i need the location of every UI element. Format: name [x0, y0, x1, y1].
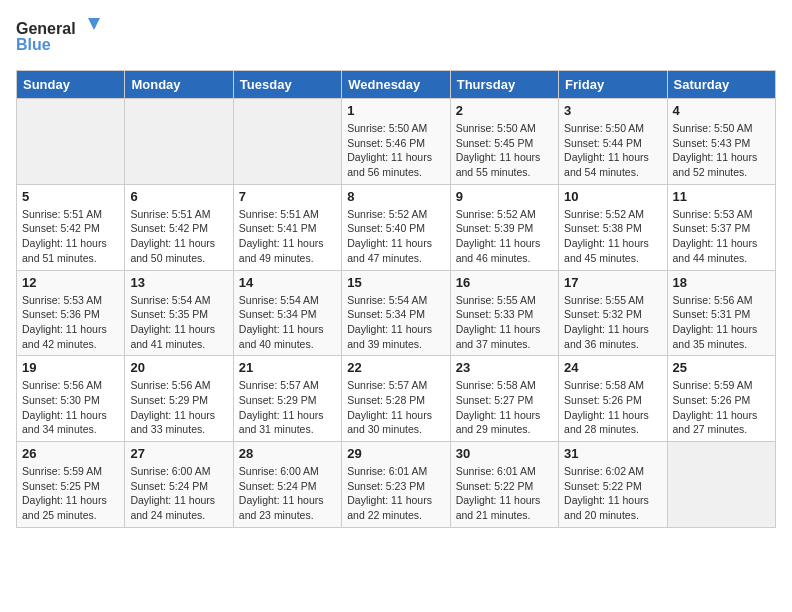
day-info: Sunrise: 5:51 AMSunset: 5:42 PMDaylight:… — [22, 207, 119, 266]
day-number: 25 — [673, 360, 770, 375]
weekday-header-wednesday: Wednesday — [342, 71, 450, 99]
calendar-cell: 7Sunrise: 5:51 AMSunset: 5:41 PMDaylight… — [233, 184, 341, 270]
day-info: Sunrise: 5:55 AMSunset: 5:32 PMDaylight:… — [564, 293, 661, 352]
day-info: Sunrise: 5:51 AMSunset: 5:41 PMDaylight:… — [239, 207, 336, 266]
day-info: Sunrise: 5:58 AMSunset: 5:27 PMDaylight:… — [456, 378, 553, 437]
calendar-cell: 3Sunrise: 5:50 AMSunset: 5:44 PMDaylight… — [559, 99, 667, 185]
weekday-header-friday: Friday — [559, 71, 667, 99]
calendar-cell: 29Sunrise: 6:01 AMSunset: 5:23 PMDayligh… — [342, 442, 450, 528]
day-info: Sunrise: 6:01 AMSunset: 5:22 PMDaylight:… — [456, 464, 553, 523]
calendar-cell: 1Sunrise: 5:50 AMSunset: 5:46 PMDaylight… — [342, 99, 450, 185]
day-number: 12 — [22, 275, 119, 290]
day-info: Sunrise: 5:50 AMSunset: 5:43 PMDaylight:… — [673, 121, 770, 180]
svg-text:Blue: Blue — [16, 36, 51, 53]
calendar-cell: 15Sunrise: 5:54 AMSunset: 5:34 PMDayligh… — [342, 270, 450, 356]
day-info: Sunrise: 5:59 AMSunset: 5:25 PMDaylight:… — [22, 464, 119, 523]
calendar-cell: 21Sunrise: 5:57 AMSunset: 5:29 PMDayligh… — [233, 356, 341, 442]
calendar-cell: 23Sunrise: 5:58 AMSunset: 5:27 PMDayligh… — [450, 356, 558, 442]
day-info: Sunrise: 5:52 AMSunset: 5:39 PMDaylight:… — [456, 207, 553, 266]
day-number: 28 — [239, 446, 336, 461]
calendar-cell — [125, 99, 233, 185]
day-number: 11 — [673, 189, 770, 204]
calendar-cell: 10Sunrise: 5:52 AMSunset: 5:38 PMDayligh… — [559, 184, 667, 270]
svg-marker-2 — [88, 18, 100, 30]
day-number: 8 — [347, 189, 444, 204]
calendar-cell: 8Sunrise: 5:52 AMSunset: 5:40 PMDaylight… — [342, 184, 450, 270]
day-number: 4 — [673, 103, 770, 118]
weekday-header-row: SundayMondayTuesdayWednesdayThursdayFrid… — [17, 71, 776, 99]
day-number: 6 — [130, 189, 227, 204]
day-info: Sunrise: 5:54 AMSunset: 5:35 PMDaylight:… — [130, 293, 227, 352]
weekday-header-thursday: Thursday — [450, 71, 558, 99]
calendar-table: SundayMondayTuesdayWednesdayThursdayFrid… — [16, 70, 776, 528]
calendar-cell — [233, 99, 341, 185]
calendar-cell: 19Sunrise: 5:56 AMSunset: 5:30 PMDayligh… — [17, 356, 125, 442]
day-number: 19 — [22, 360, 119, 375]
calendar-cell: 13Sunrise: 5:54 AMSunset: 5:35 PMDayligh… — [125, 270, 233, 356]
day-info: Sunrise: 5:58 AMSunset: 5:26 PMDaylight:… — [564, 378, 661, 437]
calendar-cell: 27Sunrise: 6:00 AMSunset: 5:24 PMDayligh… — [125, 442, 233, 528]
weekday-header-tuesday: Tuesday — [233, 71, 341, 99]
day-number: 9 — [456, 189, 553, 204]
day-info: Sunrise: 5:51 AMSunset: 5:42 PMDaylight:… — [130, 207, 227, 266]
day-number: 30 — [456, 446, 553, 461]
day-info: Sunrise: 5:56 AMSunset: 5:29 PMDaylight:… — [130, 378, 227, 437]
day-number: 1 — [347, 103, 444, 118]
day-number: 16 — [456, 275, 553, 290]
calendar-cell — [17, 99, 125, 185]
calendar-cell: 6Sunrise: 5:51 AMSunset: 5:42 PMDaylight… — [125, 184, 233, 270]
day-info: Sunrise: 5:53 AMSunset: 5:37 PMDaylight:… — [673, 207, 770, 266]
calendar-cell: 5Sunrise: 5:51 AMSunset: 5:42 PMDaylight… — [17, 184, 125, 270]
day-info: Sunrise: 5:50 AMSunset: 5:45 PMDaylight:… — [456, 121, 553, 180]
day-info: Sunrise: 5:53 AMSunset: 5:36 PMDaylight:… — [22, 293, 119, 352]
day-info: Sunrise: 5:50 AMSunset: 5:46 PMDaylight:… — [347, 121, 444, 180]
logo: GeneralBlue — [16, 16, 106, 58]
calendar-week-row: 1Sunrise: 5:50 AMSunset: 5:46 PMDaylight… — [17, 99, 776, 185]
day-number: 24 — [564, 360, 661, 375]
day-number: 17 — [564, 275, 661, 290]
day-info: Sunrise: 5:54 AMSunset: 5:34 PMDaylight:… — [239, 293, 336, 352]
calendar-week-row: 26Sunrise: 5:59 AMSunset: 5:25 PMDayligh… — [17, 442, 776, 528]
calendar-cell: 17Sunrise: 5:55 AMSunset: 5:32 PMDayligh… — [559, 270, 667, 356]
calendar-cell: 22Sunrise: 5:57 AMSunset: 5:28 PMDayligh… — [342, 356, 450, 442]
day-number: 14 — [239, 275, 336, 290]
day-number: 20 — [130, 360, 227, 375]
day-number: 5 — [22, 189, 119, 204]
day-number: 18 — [673, 275, 770, 290]
day-info: Sunrise: 6:02 AMSunset: 5:22 PMDaylight:… — [564, 464, 661, 523]
day-number: 31 — [564, 446, 661, 461]
calendar-week-row: 5Sunrise: 5:51 AMSunset: 5:42 PMDaylight… — [17, 184, 776, 270]
calendar-cell: 26Sunrise: 5:59 AMSunset: 5:25 PMDayligh… — [17, 442, 125, 528]
day-info: Sunrise: 5:55 AMSunset: 5:33 PMDaylight:… — [456, 293, 553, 352]
calendar-cell: 30Sunrise: 6:01 AMSunset: 5:22 PMDayligh… — [450, 442, 558, 528]
day-info: Sunrise: 5:56 AMSunset: 5:30 PMDaylight:… — [22, 378, 119, 437]
day-number: 26 — [22, 446, 119, 461]
weekday-header-saturday: Saturday — [667, 71, 775, 99]
calendar-cell: 2Sunrise: 5:50 AMSunset: 5:45 PMDaylight… — [450, 99, 558, 185]
day-info: Sunrise: 6:00 AMSunset: 5:24 PMDaylight:… — [239, 464, 336, 523]
day-number: 15 — [347, 275, 444, 290]
day-number: 10 — [564, 189, 661, 204]
calendar-cell: 28Sunrise: 6:00 AMSunset: 5:24 PMDayligh… — [233, 442, 341, 528]
calendar-week-row: 12Sunrise: 5:53 AMSunset: 5:36 PMDayligh… — [17, 270, 776, 356]
weekday-header-monday: Monday — [125, 71, 233, 99]
page-header: GeneralBlue — [16, 16, 776, 58]
calendar-cell: 16Sunrise: 5:55 AMSunset: 5:33 PMDayligh… — [450, 270, 558, 356]
calendar-cell: 25Sunrise: 5:59 AMSunset: 5:26 PMDayligh… — [667, 356, 775, 442]
day-info: Sunrise: 5:52 AMSunset: 5:38 PMDaylight:… — [564, 207, 661, 266]
calendar-cell: 14Sunrise: 5:54 AMSunset: 5:34 PMDayligh… — [233, 270, 341, 356]
day-info: Sunrise: 5:57 AMSunset: 5:28 PMDaylight:… — [347, 378, 444, 437]
calendar-week-row: 19Sunrise: 5:56 AMSunset: 5:30 PMDayligh… — [17, 356, 776, 442]
day-number: 21 — [239, 360, 336, 375]
calendar-cell: 24Sunrise: 5:58 AMSunset: 5:26 PMDayligh… — [559, 356, 667, 442]
logo-svg: GeneralBlue — [16, 16, 106, 58]
day-info: Sunrise: 5:57 AMSunset: 5:29 PMDaylight:… — [239, 378, 336, 437]
calendar-cell: 31Sunrise: 6:02 AMSunset: 5:22 PMDayligh… — [559, 442, 667, 528]
day-number: 29 — [347, 446, 444, 461]
day-number: 7 — [239, 189, 336, 204]
day-number: 27 — [130, 446, 227, 461]
calendar-cell: 12Sunrise: 5:53 AMSunset: 5:36 PMDayligh… — [17, 270, 125, 356]
calendar-cell: 11Sunrise: 5:53 AMSunset: 5:37 PMDayligh… — [667, 184, 775, 270]
day-info: Sunrise: 6:01 AMSunset: 5:23 PMDaylight:… — [347, 464, 444, 523]
day-number: 22 — [347, 360, 444, 375]
